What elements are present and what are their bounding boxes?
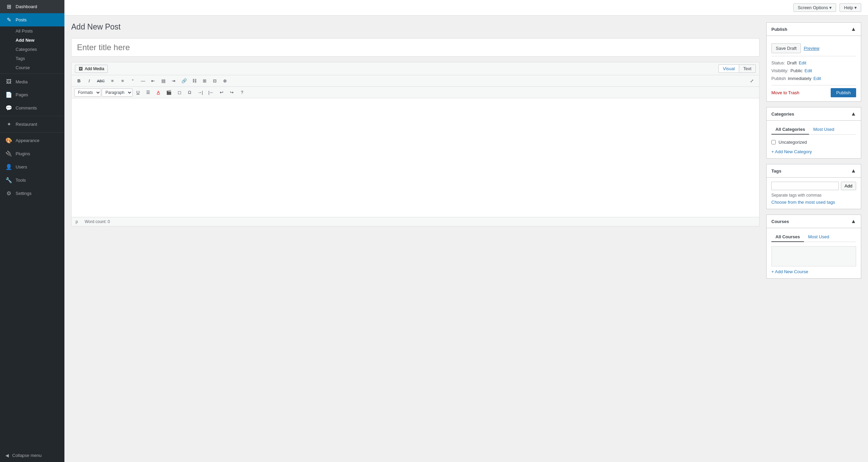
sidebar-item-appearance[interactable]: 🎨 Appearance	[0, 134, 64, 147]
add-media-button[interactable]: 🖼 Add Media	[75, 65, 108, 73]
publish-immediately-value: immediately	[788, 76, 811, 81]
toolbar-italic-button[interactable]: I	[84, 77, 94, 85]
add-new-category-link[interactable]: + Add New Category	[771, 149, 856, 154]
tab-all-categories[interactable]: All Categories	[771, 125, 809, 135]
tags-meta-box-header[interactable]: Tags ▲	[767, 164, 861, 178]
edit-visibility-link[interactable]: Edit	[805, 68, 812, 73]
toolbar-blockquote-button[interactable]: “	[128, 77, 138, 85]
toolbar-undo-button[interactable]: ↩	[217, 88, 226, 97]
toolbar-align-center-button[interactable]: ▤	[159, 77, 168, 85]
tags-add-button[interactable]: Add	[841, 182, 856, 190]
toolbar-justify-button[interactable]: ☰	[143, 88, 153, 97]
courses-box-title: Courses	[771, 219, 789, 224]
tab-most-used-categories[interactable]: Most Used	[809, 125, 838, 135]
toolbar-hr-button[interactable]: —	[138, 77, 148, 85]
appearance-icon: 🎨	[5, 137, 12, 144]
sidebar-sub-item-all-posts[interactable]: All Posts	[0, 26, 64, 36]
editor-container: 🖼 Add Media Visual Text B	[71, 62, 760, 226]
preview-button[interactable]: Preview	[804, 43, 819, 53]
categories-meta-box-header[interactable]: Categories ▲	[767, 107, 861, 121]
toolbar-redo-button[interactable]: ↪	[227, 88, 237, 97]
toolbar-omega-button[interactable]: Ω	[185, 88, 194, 97]
toolbar-ul-button[interactable]: ≡	[108, 77, 117, 85]
edit-publish-link[interactable]: Edit	[813, 76, 821, 81]
courses-list	[771, 246, 856, 266]
sidebar-sub-item-tags[interactable]: Tags	[0, 54, 64, 63]
sidebar-sub-item-add-new[interactable]: Add New	[0, 36, 64, 45]
sidebar-item-label: Media	[16, 79, 27, 84]
publish-toggle-icon[interactable]: ▲	[851, 26, 856, 32]
tags-toggle-icon[interactable]: ▲	[851, 168, 856, 174]
categories-box-title: Categories	[771, 112, 794, 117]
sidebar-sub-item-course[interactable]: Course	[0, 63, 64, 72]
plugins-icon: 🔌	[5, 150, 12, 157]
editor-body[interactable]	[72, 98, 759, 217]
publish-meta-box-header[interactable]: Publish ▲	[767, 23, 861, 36]
toolbar-font-color-button[interactable]: A	[154, 88, 163, 97]
toolbar-outdent-button[interactable]: |←	[206, 88, 216, 97]
courses-meta-box-body: All Courses Most Used + Add New Course	[767, 228, 861, 278]
help-chevron-icon: ▾	[854, 5, 857, 10]
toolbar-help-button[interactable]: ?	[237, 88, 247, 97]
toolbar-align-right-button[interactable]: ⇥	[169, 77, 178, 85]
sidebar-item-plugins[interactable]: 🔌 Plugins	[0, 147, 64, 160]
sidebar-item-settings[interactable]: ⚙ Settings	[0, 187, 64, 200]
toolbar-table2-button[interactable]: ⊟	[210, 77, 220, 85]
sidebar-item-label: Settings	[16, 191, 32, 196]
toolbar-expand-button[interactable]: ⤢	[747, 77, 756, 85]
pages-icon: 📄	[5, 92, 12, 98]
toolbar-underline-button[interactable]: U	[133, 88, 143, 97]
edit-status-link[interactable]: Edit	[799, 60, 806, 65]
move-trash-link[interactable]: Move to Trash	[771, 90, 799, 95]
editor-tab-visual[interactable]: Visual	[718, 64, 739, 73]
toolbar-add-button[interactable]: ⊕	[220, 77, 230, 85]
sidebar-item-restaurant[interactable]: ✦ Restaurant	[0, 118, 64, 131]
toolbar-paragraph-select[interactable]: Paragraph	[102, 88, 133, 97]
tab-most-used-courses[interactable]: Most Used	[804, 232, 833, 242]
tags-text-input[interactable]	[771, 182, 839, 190]
main: Screen Options ▾ Help ▾ Add New Post 🖼 A…	[64, 0, 868, 462]
categories-meta-box: Categories ▲ All Categories Most Used	[766, 107, 861, 159]
toolbar-strikethrough-button[interactable]: ABC	[95, 77, 107, 85]
tags-most-used-link[interactable]: Choose from the most used tags	[771, 200, 835, 205]
publish-immediately-label: Publish	[771, 76, 786, 81]
toolbar-bold-button[interactable]: B	[74, 77, 84, 85]
sidebar-item-users[interactable]: 👤 Users	[0, 160, 64, 174]
post-title-input[interactable]	[71, 38, 760, 57]
toolbar-indent-button[interactable]: →|	[195, 88, 205, 97]
help-button[interactable]: Help ▾	[840, 3, 861, 12]
users-icon: 👤	[5, 164, 12, 170]
categories-toggle-icon[interactable]: ▲	[851, 111, 856, 117]
collapse-menu[interactable]: ◀ Collapse menu	[0, 449, 64, 462]
screen-options-button[interactable]: Screen Options ▾	[793, 3, 836, 12]
courses-meta-box: Courses ▲ All Courses Most Used + Add Ne…	[766, 215, 861, 279]
toolbar-table-button[interactable]: ⊞	[200, 77, 210, 85]
add-new-course-link[interactable]: + Add New Course	[771, 269, 856, 274]
courses-toggle-icon[interactable]: ▲	[851, 218, 856, 224]
toolbar-formats-select[interactable]: Formats	[74, 88, 101, 97]
toolbar-ol-button[interactable]: ≡	[118, 77, 127, 85]
screen-options-label: Screen Options	[798, 5, 828, 10]
sidebar-sub-item-categories[interactable]: Categories	[0, 45, 64, 54]
sidebar-item-label: Plugins	[16, 151, 30, 156]
toolbar-row-2: Formats Paragraph U ☰ A 🎬 ◻ Ω →| |← ↩ ↪ …	[72, 87, 759, 98]
toolbar-eraser-button[interactable]: ◻	[175, 88, 184, 97]
toolbar-link-button[interactable]: 🔗	[179, 77, 189, 85]
toolbar-row-1: B I ABC ≡ ≡ “ — ⇤ ▤ ⇥ 🔗 ⛓ ⊞ ⊟ ⊕ ⤢	[72, 75, 759, 87]
save-draft-button[interactable]: Save Draft	[771, 43, 801, 53]
courses-meta-box-header[interactable]: Courses ▲	[767, 215, 861, 228]
sidebar-item-posts[interactable]: ✎ Posts	[0, 13, 64, 26]
sidebar-item-comments[interactable]: 💬 Comments	[0, 101, 64, 115]
tab-all-courses[interactable]: All Courses	[771, 232, 804, 242]
sidebar-item-pages[interactable]: 📄 Pages	[0, 88, 64, 101]
toolbar-media-button[interactable]: 🎬	[164, 88, 174, 97]
toolbar-align-left-button[interactable]: ⇤	[149, 77, 158, 85]
sidebar-item-label: Pages	[16, 92, 28, 97]
category-checkbox-uncategorized[interactable]	[771, 140, 776, 144]
toolbar-unlink-button[interactable]: ⛓	[190, 77, 199, 85]
sidebar-item-media[interactable]: 🖼 Media	[0, 75, 64, 88]
publish-button[interactable]: Publish	[831, 88, 856, 97]
sidebar-item-tools[interactable]: 🔧 Tools	[0, 174, 64, 187]
editor-tab-text[interactable]: Text	[739, 64, 756, 73]
sidebar-item-dashboard[interactable]: ⊞ Dashboard	[0, 0, 64, 13]
